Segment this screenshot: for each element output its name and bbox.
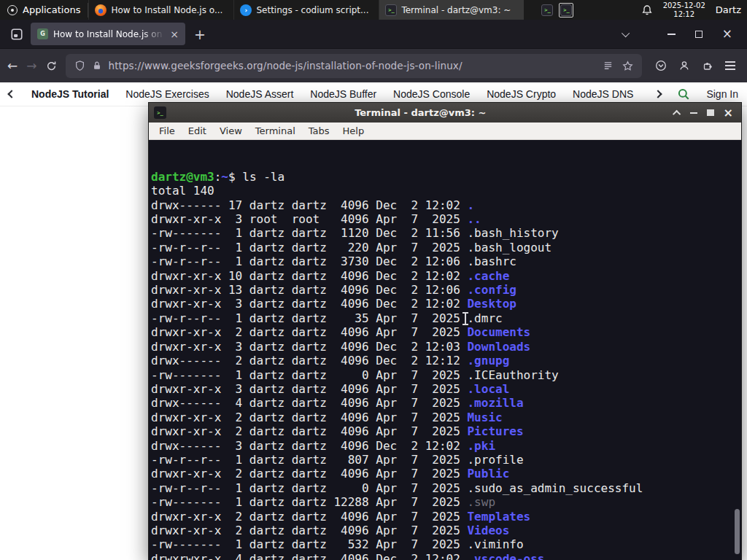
forward-button[interactable]: → — [26, 60, 36, 72]
tab-bar: G How to Install Node.js on × + × — [0, 20, 747, 48]
ls-entry-pictures: drwxr-xr-x 2 dartz dartz 4096 Apr 7 2025… — [151, 424, 741, 438]
taskbar-item-terminal[interactable]: >_ Terminal - dartz@vm3: ~ — [379, 0, 524, 20]
terminal-screen[interactable]: dartz@vm3:~$ ls -latotal 140drwx------ 1… — [149, 140, 741, 560]
ls-entry-templates: drwxr-xr-x 2 dartz dartz 4096 Apr 7 2025… — [151, 510, 741, 524]
terminal-icon: >_ — [385, 4, 397, 16]
ls-entry-config: drwxr-xr-x 13 dartz dartz 4096 Dec 2 12:… — [151, 283, 741, 297]
panel-clock[interactable]: 2025-12-02 12:12 — [663, 1, 705, 18]
panel-right: 2025-12-02 12:12 Dartz — [641, 1, 747, 18]
ls-entry-videos: drwxr-xr-x 2 dartz dartz 4096 Apr 7 2025… — [151, 524, 741, 537]
menu-file[interactable]: File — [152, 125, 182, 136]
ls-entry-iceauthority: -rw------- 1 dartz dartz 0 Apr 7 2025 .I… — [151, 368, 741, 382]
search-icon[interactable] — [677, 88, 690, 101]
ls-entry-swp: -rw------- 1 dartz dartz 12288 Apr 7 202… — [151, 495, 741, 509]
terminal-output: dartz@vm3:~$ ls -latotal 140drwx------ 1… — [151, 170, 741, 560]
terminal-menubar: FileEditViewTerminalTabsHelp — [149, 122, 741, 140]
nav-link-nodejs-buffer[interactable]: NodeJS Buffer — [310, 88, 376, 100]
nav-link-nodejs-assert[interactable]: NodeJS Assert — [226, 88, 294, 100]
clock-time: 12:12 — [673, 10, 694, 19]
url-text[interactable]: https://www.geeksforgeeks.org/node-js/in… — [109, 60, 597, 71]
ls-entry-viminfo: -rw------- 1 dartz dartz 532 Apr 7 2025 … — [151, 537, 741, 551]
firefox-icon — [95, 4, 107, 16]
ls-entry-bashrc: -rw-r--r-- 1 dartz dartz 3730 Dec 2 12:0… — [151, 254, 741, 268]
ls-entry-downloads: drwxr-xr-x 3 dartz dartz 4096 Dec 2 12:0… — [151, 340, 741, 354]
reload-button[interactable] — [46, 61, 57, 71]
applications-menu[interactable]: Applications — [0, 0, 88, 20]
ls-entry-vscodeoss: drwxrwxr-x 4 dartz dartz 4096 Dec 2 12:0… — [151, 552, 741, 560]
ls-entry-local: drwxr-xr-x 3 dartz dartz 4096 Apr 7 2025… — [151, 382, 741, 396]
ls-entry-mozilla: drwx------ 4 dartz dartz 4096 Apr 7 2025… — [151, 396, 741, 410]
url-bar[interactable]: https://www.geeksforgeeks.org/node-js/in… — [66, 54, 643, 78]
ls-entry-documents: drwxr-xr-x 2 dartz dartz 4096 Apr 7 2025… — [151, 325, 741, 339]
menu-view[interactable]: View — [213, 125, 249, 136]
desktop: Applications How to Install Node.js o...… — [0, 0, 747, 560]
applications-label: Applications — [23, 4, 80, 15]
terminal-titlebar[interactable]: >_ Terminal - dartz@vm3: ~ × — [149, 103, 741, 122]
terminal-maximize-button[interactable] — [707, 109, 714, 116]
terminal-title: Terminal - dartz@vm3: ~ — [172, 107, 669, 118]
tracking-shield-icon[interactable] — [74, 61, 85, 71]
reader-mode-icon[interactable] — [603, 61, 614, 71]
browser-maximize-button[interactable] — [695, 31, 703, 38]
ls-entry-public: drwxr-xr-x 2 dartz dartz 4096 Apr 7 2025… — [151, 467, 741, 481]
terminal-shade-button[interactable] — [673, 109, 681, 117]
terminal-window: >_ Terminal - dartz@vm3: ~ × FileEditVie… — [148, 102, 742, 560]
scrollbar-thumb[interactable] — [735, 509, 740, 554]
ls-entry-cache: drwxr-xr-x 10 dartz dartz 4096 Dec 2 12:… — [151, 269, 741, 283]
ls-entry-pki: drwx------ 3 dartz dartz 4096 Dec 2 12:0… — [151, 439, 741, 453]
browser-tab-active[interactable]: G How to Install Node.js on × — [31, 23, 185, 45]
back-button[interactable]: ← — [7, 60, 18, 72]
tray-terminal-icon-2: >_ — [560, 4, 572, 16]
taskbar-item-firefox[interactable]: How to Install Node.js o... — [88, 0, 233, 20]
mouse-cursor — [465, 313, 466, 324]
ls-entry-bashlogout: -rw-r--r-- 1 dartz dartz 220 Apr 7 2025 … — [151, 241, 741, 254]
pocket-icon[interactable] — [655, 60, 667, 71]
menu-edit[interactable]: Edit — [182, 125, 213, 136]
nav-link-nodejs-dns[interactable]: NodeJS DNS — [573, 88, 633, 100]
terminal-app-icon: >_ — [154, 106, 166, 119]
terminal-minimize-button[interactable] — [690, 112, 697, 114]
toolbar-actions — [651, 60, 740, 71]
ls-entry-sudoasadminsuccessful: -rw-r--r-- 1 dartz dartz 0 Apr 7 2025 .s… — [151, 481, 741, 495]
taskbar-item-codium[interactable]: › Settings - codium script... — [233, 0, 379, 20]
firefox-view-icon[interactable] — [10, 28, 23, 41]
top-panel: Applications How to Install Node.js o...… — [0, 0, 747, 20]
clock-date: 2025-12-02 — [663, 1, 705, 10]
notification-bell-icon[interactable] — [641, 4, 653, 16]
tab-close-icon[interactable]: × — [170, 29, 179, 39]
list-all-tabs-icon[interactable] — [622, 28, 630, 36]
ls-entry-: drwx------ 17 dartz dartz 4096 Dec 2 12:… — [151, 198, 741, 212]
ls-entry-desktop: drwxr-xr-x 3 dartz dartz 4096 Dec 2 12:0… — [151, 297, 741, 311]
prompt-line: dartz@vm3:~$ ls -la — [151, 170, 741, 184]
lock-icon[interactable] — [92, 61, 102, 71]
ls-entry-bashhistory: -rw------- 1 dartz dartz 1120 Dec 2 11:5… — [151, 226, 741, 240]
tray-focused-app-icon[interactable]: >_ — [559, 3, 573, 18]
new-tab-button[interactable]: + — [194, 26, 206, 42]
extensions-puzzle-icon[interactable] — [702, 60, 713, 71]
menu-tabs[interactable]: Tabs — [302, 125, 336, 136]
browser-close-button[interactable]: × — [722, 28, 732, 40]
menu-terminal[interactable]: Terminal — [249, 125, 302, 136]
bookmark-star-icon[interactable] — [622, 61, 633, 71]
terminal-scrollbar[interactable] — [733, 141, 740, 559]
browser-minimize-button[interactable] — [667, 34, 676, 35]
menu-hamburger-icon[interactable] — [725, 61, 735, 69]
nav-link-nodejs-console[interactable]: NodeJS Console — [393, 88, 470, 100]
scroll-left-icon[interactable] — [7, 90, 15, 98]
nav-link-nodejs-exercises[interactable]: NodeJS Exercises — [125, 88, 209, 100]
nav-link-nodejs-tutorial[interactable]: NodeJS Tutorial — [31, 88, 109, 100]
panel-username[interactable]: Dartz — [716, 4, 741, 15]
nav-link-nodejs-crypto[interactable]: NodeJS Crypto — [487, 88, 556, 100]
menu-help[interactable]: Help — [336, 125, 371, 136]
applications-icon — [7, 5, 18, 15]
tray-terminal-icon[interactable]: >_ — [541, 4, 553, 16]
ls-entry-: drwxr-xr-x 3 root root 4096 Apr 7 2025 .… — [151, 212, 741, 226]
subnav-links: NodeJS TutorialNodeJS ExercisesNodeJS As… — [31, 88, 638, 100]
terminal-close-button[interactable]: × — [724, 107, 733, 119]
scroll-right-icon[interactable] — [654, 90, 662, 98]
ls-entry-dmrc: -rw-r--r-- 1 dartz dartz 35 Apr 7 2025 .… — [151, 311, 741, 325]
account-icon[interactable] — [678, 60, 690, 71]
sign-in-button[interactable]: Sign In — [706, 88, 738, 100]
browser-window-controls: × — [667, 28, 732, 40]
url-actions — [603, 61, 633, 71]
